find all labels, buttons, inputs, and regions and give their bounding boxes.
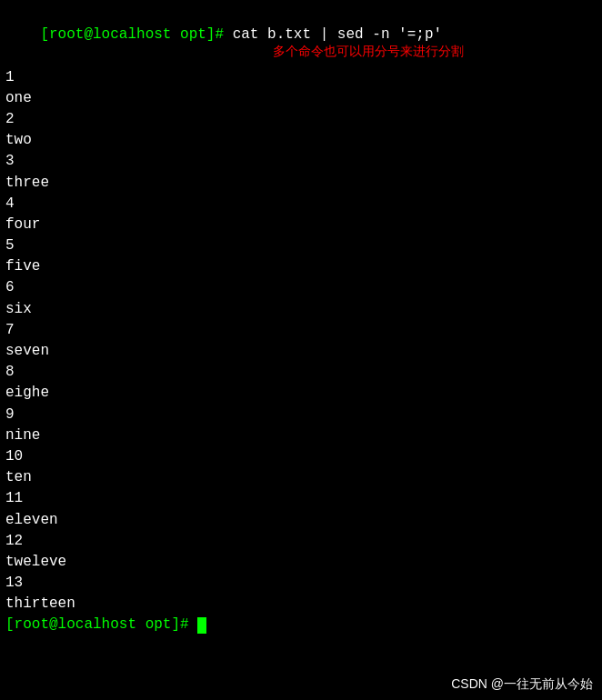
- output-line: five: [5, 256, 597, 277]
- prompt-text: [root@localhost opt]#: [40, 26, 224, 43]
- output-line: 11: [5, 488, 597, 509]
- output-line: 4: [5, 194, 597, 215]
- bottom-command-space: [189, 615, 198, 635]
- output-line: three: [5, 173, 597, 194]
- bottom-prompt-line: [root@localhost opt]#: [5, 615, 597, 635]
- output-line: 1: [5, 67, 597, 88]
- output-line: 2: [5, 109, 597, 130]
- output-line: 7: [5, 320, 597, 341]
- csdn-watermark: CSDN @一往无前从今始: [451, 676, 593, 693]
- output-line: eighe: [5, 383, 597, 404]
- terminal-window: [root@localhost opt]# cat b.txt | sed -n…: [0, 0, 602, 700]
- output-line: one: [5, 88, 597, 109]
- output-line: six: [5, 299, 597, 320]
- output-line: tweleve: [5, 552, 597, 573]
- output-line: nine: [5, 425, 597, 446]
- terminal-cursor: [197, 617, 206, 634]
- command-text: cat b.txt | sed -n '=;p': [224, 26, 442, 43]
- output-line: 8: [5, 362, 597, 383]
- output-line: 5: [5, 235, 597, 256]
- output-line: 3: [5, 151, 597, 172]
- annotation-text: 多个命令也可以用分号来进行分割: [273, 44, 464, 60]
- output-line: 12: [5, 531, 597, 552]
- output-line: four: [5, 215, 597, 235]
- output-line: 13: [5, 573, 597, 594]
- output-line: 10: [5, 446, 597, 467]
- bottom-prompt-text: [root@localhost opt]#: [5, 615, 189, 635]
- output-line: eleven: [5, 510, 597, 531]
- output-line: thirteen: [5, 594, 597, 615]
- output-line: 9: [5, 405, 597, 425]
- output-line: 6: [5, 277, 597, 298]
- output-line: ten: [5, 467, 597, 488]
- output-line: two: [5, 130, 597, 151]
- output-line: seven: [5, 341, 597, 362]
